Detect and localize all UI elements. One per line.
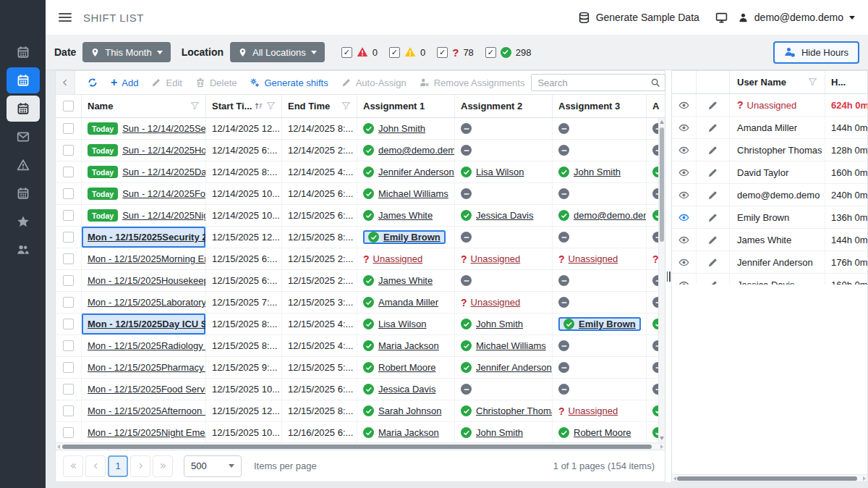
- assignment-link[interactable]: Christopher Thomas: [476, 405, 553, 416]
- panel-splitter[interactable]: [665, 70, 671, 482]
- current-page-button[interactable]: 1: [108, 455, 128, 477]
- sidebar-item-calendar-2[interactable]: [7, 96, 40, 122]
- shift-name-link[interactable]: Sun - 12/14/2025Day ICU Sh: [122, 167, 206, 177]
- shift-name-link[interactable]: Mon - 12/15/2025Morning Em: [88, 253, 206, 264]
- assignment-link[interactable]: demo@demo.demo: [378, 145, 455, 156]
- generate-sample-data-button[interactable]: Generate Sample Data: [578, 12, 699, 24]
- column-header-assignment-3[interactable]: Assignment 3: [553, 95, 647, 117]
- eye-toggle-button[interactable]: [672, 139, 697, 161]
- unassigned-link[interactable]: Unassigned: [569, 405, 618, 416]
- unassigned-link[interactable]: Unassigned: [373, 253, 423, 264]
- remove-assignments-button[interactable]: Remove Assignments: [413, 77, 532, 88]
- assignment-link[interactable]: Lisa Wilson: [378, 319, 426, 329]
- edit-user-button[interactable]: [697, 229, 730, 251]
- shift-name-link[interactable]: Mon - 12/15/2025Laboratory D: [88, 297, 206, 308]
- status-checkbox-error[interactable]: ✓: [341, 47, 352, 58]
- row-checkbox[interactable]: [63, 145, 74, 156]
- menu-icon[interactable]: [59, 13, 72, 22]
- assignment-link[interactable]: demo@demo.demo: [574, 210, 647, 221]
- eye-toggle-button[interactable]: [672, 229, 697, 251]
- column-header-name[interactable]: Name: [82, 95, 206, 117]
- shift-name-link[interactable]: Mon - 12/15/2025Pharmacy Sh: [88, 362, 206, 373]
- shift-name-link[interactable]: Mon - 12/15/2025Afternoon Su: [88, 405, 206, 416]
- first-page-button[interactable]: [63, 455, 83, 477]
- shift-name-link[interactable]: Mon - 12/15/2025Radiology Im: [88, 340, 206, 351]
- assignment-link[interactable]: Robert Moore: [574, 427, 631, 438]
- prev-page-button[interactable]: [85, 455, 106, 477]
- eye-toggle-button[interactable]: [672, 274, 697, 285]
- assignment-link[interactable]: John Smith: [378, 123, 425, 134]
- shift-name-link[interactable]: Mon - 12/15/2025Night Emerg: [88, 427, 206, 438]
- assignment-link[interactable]: Jennifer Anderson: [378, 167, 454, 177]
- assignment-link[interactable]: James White: [378, 275, 433, 286]
- column-header-assignment-4[interactable]: A: [647, 95, 665, 117]
- delete-button[interactable]: Delete: [189, 77, 244, 88]
- assignment-link[interactable]: Jessica Davis: [476, 210, 533, 221]
- row-checkbox[interactable]: [63, 167, 74, 177]
- eye-toggle-button[interactable]: [672, 251, 697, 273]
- select-all-checkbox[interactable]: [63, 101, 74, 112]
- edit-user-button[interactable]: [697, 251, 730, 273]
- assignment-link[interactable]: Emily Brown: [383, 232, 441, 243]
- edit-user-button[interactable]: [697, 161, 730, 183]
- search-input[interactable]: [531, 74, 665, 91]
- edit-user-button[interactable]: [697, 94, 730, 116]
- collapse-left-icon[interactable]: [56, 71, 75, 94]
- filter-icon[interactable]: [341, 101, 351, 111]
- sidebar-item-envelope-3[interactable]: [7, 124, 40, 150]
- auto-assign-button[interactable]: Auto-Assign: [335, 77, 413, 88]
- shift-name-link[interactable]: Sun - 12/14/2025Housekeeping: [122, 145, 206, 156]
- shift-name-link[interactable]: Sun - 12/14/2025Security: [122, 123, 206, 134]
- edit-user-button[interactable]: [697, 117, 730, 138]
- assignment-link[interactable]: Robert Moore: [378, 362, 435, 373]
- row-checkbox[interactable]: [63, 253, 74, 264]
- edit-button[interactable]: Edit: [145, 77, 188, 88]
- eye-toggle-button[interactable]: [672, 117, 697, 138]
- shift-name-link[interactable]: Mon - 12/15/2025Day ICU S: [88, 319, 206, 329]
- location-dropdown[interactable]: All Locations: [230, 42, 325, 62]
- shift-name-link[interactable]: Mon - 12/15/2025Security 2: [88, 232, 206, 243]
- display-mode-button[interactable]: [715, 12, 728, 24]
- shift-name-link[interactable]: Mon - 12/15/2025Food Service: [88, 384, 206, 395]
- horizontal-scrollbar-thumb[interactable]: [62, 445, 652, 449]
- unassigned-link[interactable]: Unassigned: [471, 253, 521, 264]
- assignment-link[interactable]: John Smith: [574, 167, 621, 177]
- sidebar-item-star-6[interactable]: [7, 209, 40, 235]
- assignment-link[interactable]: John Smith: [476, 319, 523, 329]
- column-header-hours[interactable]: H...: [825, 71, 867, 93]
- column-header-end-time[interactable]: End Time: [282, 95, 357, 117]
- scroll-right-icon[interactable]: [660, 445, 663, 449]
- scroll-left-icon[interactable]: [57, 445, 60, 449]
- next-page-button[interactable]: [130, 455, 150, 477]
- assignment-link[interactable]: James White: [378, 210, 433, 221]
- row-checkbox[interactable]: [63, 188, 74, 199]
- generate-shifts-button[interactable]: Generate shifts: [243, 77, 334, 88]
- unassigned-link[interactable]: Unassigned: [569, 253, 618, 264]
- filter-icon[interactable]: [808, 77, 817, 87]
- row-checkbox[interactable]: [63, 384, 74, 395]
- edit-user-button[interactable]: [697, 184, 730, 206]
- eye-toggle-button[interactable]: [672, 94, 697, 116]
- vertical-scrollbar-thumb[interactable]: [660, 127, 664, 242]
- row-checkbox[interactable]: [63, 405, 74, 416]
- assignment-link[interactable]: Emily Brown: [579, 319, 636, 329]
- row-checkbox[interactable]: [63, 232, 74, 243]
- assignment-link[interactable]: Jennifer Anderson: [476, 362, 552, 373]
- column-header-user-name[interactable]: User Name: [730, 71, 825, 93]
- scroll-down-icon[interactable]: [660, 437, 664, 440]
- eye-toggle-button[interactable]: [672, 184, 697, 206]
- row-checkbox[interactable]: [63, 427, 74, 438]
- assignment-link[interactable]: Lisa Wilson: [476, 167, 524, 177]
- edit-user-button[interactable]: [697, 274, 730, 285]
- page-size-select[interactable]: 500: [184, 455, 242, 477]
- status-checkbox-ok[interactable]: ✓: [485, 47, 496, 58]
- row-checkbox[interactable]: [63, 297, 74, 308]
- assignment-link[interactable]: Sarah Johnson: [378, 405, 441, 416]
- shift-name-link[interactable]: Sun - 12/14/2025Night Emerg: [122, 210, 206, 221]
- row-checkbox[interactable]: [63, 362, 74, 373]
- unassigned-link[interactable]: Unassigned: [471, 297, 521, 308]
- assignment-link[interactable]: Maria Jackson: [378, 340, 439, 351]
- assignment-link[interactable]: Maria Jackson: [378, 427, 439, 438]
- assignment-link[interactable]: Amanda Miller: [378, 297, 438, 308]
- assignment-link[interactable]: Michael Williams: [378, 188, 448, 199]
